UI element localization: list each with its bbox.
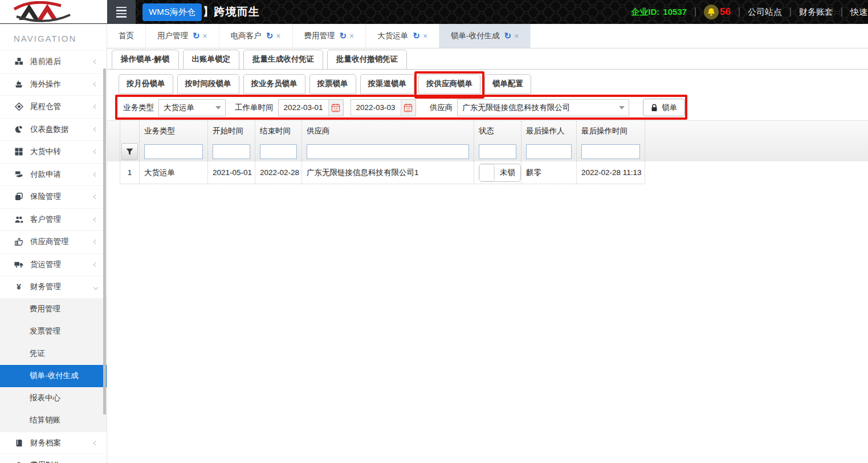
subtab-lock-config[interactable]: 锁单配置 [484, 74, 531, 94]
status-toggle[interactable]: 未锁 [479, 164, 521, 182]
sidebar-item-harbor[interactable]: 港前港后 [0, 50, 107, 73]
sidebar-subitem-lock-payment-generate[interactable]: 锁单-收付生成 [0, 365, 107, 387]
filter-start-time-input[interactable] [213, 144, 250, 159]
close-icon[interactable] [514, 31, 519, 40]
filter-business-type-input[interactable] [144, 144, 203, 159]
close-icon[interactable] [203, 31, 207, 40]
cell-rownum: 1 [120, 161, 140, 184]
finance-account-link[interactable]: 财务账套 [799, 7, 833, 18]
th-end-time[interactable]: 结束时间 [255, 121, 302, 141]
chevron-left-icon [93, 127, 98, 132]
status-label: 未锁 [495, 168, 520, 178]
cell-last-operated-time: 2022-02-28 11:13 [577, 161, 645, 184]
chevron-left-icon [93, 194, 98, 199]
subtab-by-channel[interactable]: 按渠道锁单 [360, 74, 415, 94]
tab-bulk-waybill[interactable]: 大货运单 [366, 24, 439, 48]
refresh-icon[interactable] [504, 31, 512, 41]
filter-supplier-input[interactable] [307, 144, 469, 159]
tab-lock-payment-generate[interactable]: 锁单-收付生成 [439, 24, 531, 48]
thumbs-up-icon [14, 238, 24, 246]
refresh-icon[interactable] [340, 31, 347, 41]
sidebar-subitem-expense-mgmt[interactable]: 费用管理 [0, 298, 107, 320]
dollar-icon: $ [14, 461, 24, 463]
subtab-by-month[interactable]: 按月份锁单 [119, 74, 173, 94]
close-icon[interactable] [349, 31, 354, 40]
th-status[interactable]: 状态 [474, 121, 521, 141]
sidebar-item-bulk-transfer[interactable]: 大货中转 [0, 140, 107, 163]
refresh-icon[interactable] [266, 31, 274, 41]
th-last-operator[interactable]: 最后操作人 [521, 121, 577, 141]
yen-icon: ¥ [14, 282, 24, 291]
button-batch-revoke-voucher[interactable]: 批量收付撤销凭证 [327, 50, 407, 70]
subtab-by-salesman[interactable]: 按业务员锁单 [243, 74, 305, 94]
tab-user-mgmt[interactable]: 用户管理 [146, 24, 219, 48]
business-type-label: 业务类型 [123, 103, 154, 113]
quick-search-link[interactable]: 快速查 [850, 7, 868, 18]
sidebar-item-dashboard-data[interactable]: 仪表盘数据 [0, 118, 107, 141]
date-from-input[interactable]: 2022-03-01 15 [278, 99, 344, 116]
button-unlock-ops[interactable]: 操作锁单-解锁 [112, 50, 179, 70]
filter-end-time-input[interactable] [260, 144, 297, 159]
sidebar-subitem-report-center[interactable]: 报表中心 [0, 387, 107, 409]
tab-expense-mgmt[interactable]: 费用管理 [293, 24, 366, 48]
ship-icon [14, 80, 24, 88]
bell-icon[interactable] [704, 5, 719, 19]
sidebar-item-last-mile-warehouse[interactable]: 尾程仓管 [0, 95, 107, 118]
table-filter-row [120, 141, 868, 162]
close-icon[interactable] [423, 31, 427, 40]
sidebar-item-finance-archive[interactable]: 财务档案 [0, 432, 107, 454]
company-site-link[interactable]: 公司站点 [748, 7, 782, 18]
filter-operated-time-input[interactable] [581, 144, 640, 159]
wms-overseas-button[interactable]: WMS海外仓 [142, 3, 202, 21]
sidebar-scrollbar[interactable] [103, 68, 106, 415]
cell-status: 未锁 [474, 161, 521, 184]
menu-toggle-button[interactable] [107, 0, 136, 24]
chevron-down-icon[interactable] [211, 100, 225, 116]
sidebar-item-insurance[interactable]: 保险管理 [0, 185, 107, 208]
refresh-icon[interactable] [193, 31, 200, 41]
subtab-by-supplier[interactable]: 按供应商锁单 [418, 74, 480, 94]
sidebar-item-overseas-ops[interactable]: 海外操作 [0, 73, 107, 96]
sidebar-subitem-settlement[interactable]: 结算销账 [0, 409, 107, 432]
th-supplier[interactable]: 供应商 [302, 121, 474, 141]
payment-icon [14, 170, 24, 178]
button-statement-lock[interactable]: 出账单锁定 [183, 50, 240, 70]
th-last-operated-time[interactable]: 最后操作时间 [577, 121, 645, 141]
chevron-left-icon [93, 59, 98, 64]
table-row[interactable]: 1 大货运单 2021-05-01 2022-02-28 广东无限链接信息科技有… [120, 161, 868, 184]
sidebar-item-fee-creation[interactable]: $ 费用制作 [0, 454, 107, 463]
sidebar-item-payment-request[interactable]: 付款申请 [0, 163, 107, 186]
filter-status-input[interactable] [479, 144, 516, 159]
subtab-by-period[interactable]: 按时间段锁单 [177, 74, 239, 94]
subtab-by-ticket[interactable]: 按票锁单 [309, 74, 356, 94]
tab-home[interactable]: 首页 [107, 24, 146, 48]
filter-operator-input[interactable] [526, 144, 572, 159]
status-checkbox[interactable] [479, 164, 495, 181]
tab-ecommerce-customer[interactable]: 电商客户 [219, 24, 293, 48]
truck-icon [14, 261, 24, 269]
sidebar-item-customers[interactable]: 客户管理 [0, 208, 107, 231]
sidebar-subitem-voucher[interactable]: 凭证 [0, 343, 107, 365]
chevron-down-icon[interactable] [615, 100, 629, 116]
button-batch-generate-voucher[interactable]: 批量生成收付凭证 [243, 50, 323, 70]
supplier-select[interactable]: 广东无限链接信息科技有限公司 [457, 99, 629, 116]
svg-text:15: 15 [406, 107, 411, 111]
close-icon[interactable] [276, 31, 280, 40]
sidebar-item-suppliers[interactable]: 供应商管理 [0, 230, 107, 253]
filter-funnel-button[interactable] [121, 143, 138, 160]
business-type-select[interactable]: 大货运单 [158, 99, 226, 116]
cell-business-type: 大货运单 [140, 161, 208, 184]
sidebar-subitem-invoice-mgmt[interactable]: 发票管理 [0, 320, 107, 343]
lock-button[interactable]: 锁单 [643, 99, 685, 116]
calendar-icon[interactable]: 15 [328, 100, 343, 116]
chevron-left-icon [93, 441, 98, 445]
date-to-input[interactable]: 2022-03-03 15 [351, 99, 416, 116]
sidebar-item-freight[interactable]: 货运管理 [0, 253, 107, 276]
th-start-time[interactable]: 开始时间 [208, 121, 255, 141]
th-business-type[interactable]: 业务类型 [140, 121, 208, 141]
notification-area[interactable]: 56 [704, 5, 731, 19]
sidebar-item-finance[interactable]: ¥ 财务管理 [0, 275, 107, 298]
document-tab-bar: 首页 用户管理 电商客户 费用管理 大货运单 锁单-收付生成 [107, 24, 868, 48]
refresh-icon[interactable] [413, 31, 420, 41]
calendar-icon[interactable]: 15 [401, 100, 415, 116]
